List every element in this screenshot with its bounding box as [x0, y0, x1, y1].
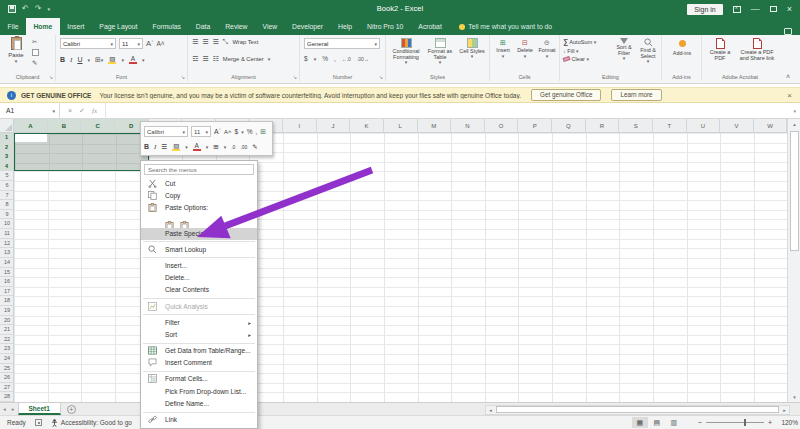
row-header-6[interactable]: 6: [0, 181, 14, 191]
clear-button[interactable]: Clear ▾: [563, 56, 596, 62]
cell-styles-button[interactable]: Cell Styles▾: [458, 38, 486, 60]
row-header-3[interactable]: 3: [0, 152, 14, 162]
mini-format-painter-icon[interactable]: ✎: [252, 143, 257, 151]
row-header-5[interactable]: 5: [0, 171, 14, 181]
autosum-button[interactable]: ∑ AutoSum ▾: [563, 38, 596, 45]
mini-bold-button[interactable]: B: [144, 143, 149, 150]
mini-currency-icon[interactable]: $: [235, 128, 239, 135]
menu-item-sort[interactable]: Sort▸: [141, 329, 257, 341]
tab-acrobat[interactable]: Acrobat: [411, 18, 449, 35]
menu-item-smart-lookup[interactable]: Smart Lookup: [141, 244, 257, 256]
column-header-q[interactable]: Q: [552, 119, 586, 133]
menu-item-link[interactable]: Link: [141, 414, 257, 426]
tab-help[interactable]: Help: [331, 18, 360, 35]
scroll-up-icon[interactable]: ▴: [788, 119, 800, 129]
qat-customize-icon[interactable]: ▾: [47, 0, 50, 18]
confirm-entry-icon[interactable]: ✓: [79, 107, 85, 115]
column-header-p[interactable]: P: [518, 119, 552, 133]
mini-comma-icon[interactable]: ,: [255, 128, 257, 135]
underline-button[interactable]: U: [77, 56, 82, 63]
scroll-down-icon[interactable]: ▾: [788, 392, 800, 402]
delete-cells-button[interactable]: ⊟ Delete▾: [514, 39, 536, 59]
sort-filter-button[interactable]: Sort & Filter▾: [612, 38, 636, 62]
font-name-select[interactable]: Calibri▾: [60, 38, 116, 49]
orientation-icon[interactable]: ⤡: [223, 38, 229, 46]
align-middle-icon[interactable]: ☰: [202, 38, 208, 46]
menu-item-clear-contents[interactable]: Clear Contents: [141, 284, 257, 296]
wrap-text-button[interactable]: Wrap Text: [232, 39, 258, 45]
align-left-icon[interactable]: ☲: [192, 55, 198, 63]
row-header-18[interactable]: 18: [0, 296, 14, 306]
format-painter-icon[interactable]: ✎: [32, 59, 39, 67]
currency-icon[interactable]: $: [304, 55, 308, 62]
normal-view-icon[interactable]: ▦: [632, 417, 648, 428]
learn-more-button[interactable]: Learn more: [611, 89, 661, 101]
merge-center-button[interactable]: Merge & Center: [223, 56, 264, 62]
menu-item-insert[interactable]: Insert...: [141, 260, 257, 272]
row-header-23[interactable]: 23: [0, 344, 14, 354]
row-header-11[interactable]: 11: [0, 229, 14, 239]
zoom-in-icon[interactable]: +: [768, 419, 772, 426]
row-header-26[interactable]: 26: [0, 373, 14, 383]
borders-icon[interactable]: ⊞▾: [95, 56, 103, 64]
mini-font-size[interactable]: 11▾: [191, 126, 211, 137]
column-header-b[interactable]: B: [48, 119, 82, 133]
column-header-c[interactable]: C: [81, 119, 115, 133]
align-right-icon[interactable]: ☷: [213, 55, 219, 63]
column-header-j[interactable]: J: [317, 119, 351, 133]
save-icon[interactable]: [8, 5, 16, 13]
column-header-t[interactable]: T: [653, 119, 687, 133]
row-header-9[interactable]: 9: [0, 210, 14, 220]
row-header-28[interactable]: 28: [0, 392, 14, 402]
tab-insert[interactable]: Insert: [60, 18, 92, 35]
menu-item-paste-special[interactable]: Paste Special...: [141, 228, 257, 240]
find-select-button[interactable]: Find & Select▾: [636, 38, 660, 65]
addins-button[interactable]: Add-ins: [666, 40, 698, 56]
grow-font-icon[interactable]: Aʾ: [146, 39, 154, 48]
column-header-l[interactable]: L: [384, 119, 418, 133]
mini-borders-icon[interactable]: ⊞: [213, 143, 218, 151]
format-as-table-button[interactable]: Format as Table▾: [424, 38, 456, 66]
row-header-2[interactable]: 2: [0, 143, 14, 153]
underline-caret[interactable]: ▾: [87, 57, 90, 63]
column-header-m[interactable]: M: [418, 119, 452, 133]
tab-file[interactable]: File: [0, 18, 26, 35]
mini-percent-icon[interactable]: %: [247, 128, 253, 135]
tab-formulas[interactable]: Formulas: [145, 18, 188, 35]
column-header-o[interactable]: O: [485, 119, 519, 133]
scroll-left-icon[interactable]: ◂: [486, 407, 495, 413]
horizontal-scrollbar[interactable]: ◂ ▸: [485, 405, 790, 415]
tab-data[interactable]: Data: [188, 18, 217, 35]
insert-function-icon[interactable]: fx: [92, 107, 97, 115]
row-header-22[interactable]: 22: [0, 335, 14, 345]
minimize-icon[interactable]: —: [751, 0, 760, 18]
page-layout-view-icon[interactable]: ▤: [649, 417, 665, 428]
number-format-select[interactable]: General▾: [304, 38, 380, 49]
bold-button[interactable]: B: [60, 56, 65, 63]
sign-in-button[interactable]: Sign in: [687, 4, 722, 15]
format-cells-button[interactable]: ⊝ Format▾: [536, 39, 558, 59]
font-size-select[interactable]: 11▾: [119, 38, 143, 49]
menu-item-format-cells[interactable]: Format Cells...: [141, 373, 257, 385]
menu-item-delete[interactable]: Delete...: [141, 272, 257, 284]
row-header-4[interactable]: 4: [0, 162, 14, 172]
create-pdf-share-button[interactable]: Create a PDF and Share link: [738, 38, 776, 61]
column-header-a[interactable]: A: [14, 119, 48, 133]
column-header-r[interactable]: R: [586, 119, 620, 133]
row-header-14[interactable]: 14: [0, 258, 14, 268]
mini-shrink-font-icon[interactable]: A˄: [224, 129, 232, 135]
mini-increase-decimal-icon[interactable]: .0: [231, 144, 235, 150]
menu-item-insert-comment[interactable]: Insert Comment: [141, 357, 257, 369]
align-top-icon[interactable]: ☰: [192, 38, 198, 46]
copy-icon[interactable]: [32, 49, 39, 56]
menu-item-filter[interactable]: Filter▸: [141, 317, 257, 329]
collapse-ribbon-icon[interactable]: ˄: [786, 73, 790, 80]
tab-developer[interactable]: Developer: [285, 18, 331, 35]
menu-search-box[interactable]: [144, 164, 254, 175]
row-header-1[interactable]: 1: [0, 133, 14, 143]
tab-view[interactable]: View: [255, 18, 285, 35]
formula-input[interactable]: [106, 103, 793, 119]
vertical-scrollbar[interactable]: ▴ ▾: [787, 119, 800, 402]
create-pdf-button[interactable]: Create a PDF: [704, 38, 736, 61]
row-header-25[interactable]: 25: [0, 364, 14, 374]
